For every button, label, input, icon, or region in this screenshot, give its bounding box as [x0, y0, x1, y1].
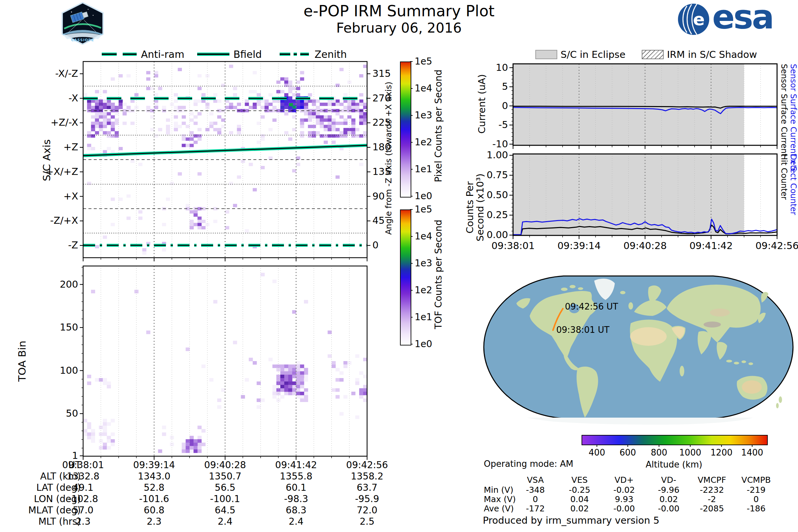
voltage-value: -186: [729, 504, 783, 513]
voltage-value: -219: [729, 485, 783, 495]
ephemeris-value: 1355.8: [261, 471, 331, 482]
counts-tick-label: 0.25: [465, 209, 508, 221]
pixel-colorbar-label: Pixel Counts per Second: [433, 70, 444, 182]
world-map: 09:42:56 UT 09:38:01 UT: [480, 266, 796, 428]
angle-tick-label: 270: [373, 92, 391, 104]
sc-axis-tick-label: -Z: [12, 240, 78, 251]
current-tick-label: -10: [465, 138, 508, 150]
time-tick-label: 09:42:56: [744, 240, 798, 251]
altitude-colorbar: [582, 435, 768, 445]
altitude-tick-label: 1400: [732, 448, 772, 457]
voltage-value: 0: [729, 494, 783, 504]
ephemeris-value: 2.5: [332, 516, 402, 527]
time-tick-label: 09:38:01: [480, 240, 546, 251]
ephemeris-value: 57.0: [48, 505, 118, 516]
ephemeris-value: 09:39:14: [119, 459, 189, 471]
ephemeris-value: 09:42:56: [332, 459, 402, 471]
pixel-cb-tick-label: 1e5: [415, 56, 432, 67]
altitude-colorbar-label: Altitude (km): [632, 459, 716, 470]
ephemeris-value: 49.1: [48, 482, 118, 493]
pixel-cb-tick-label: 1e3: [415, 110, 432, 121]
ephemeris-value: 52.8: [119, 482, 189, 493]
tof-colorbar-label: TOF Counts per Second: [433, 220, 444, 329]
sc-axis-tick-label: +Z/-X: [12, 117, 78, 128]
time-tick-label: 09:40:28: [612, 240, 678, 251]
angle-axis-label: Angle from -Z axis (towards +X axis): [384, 82, 393, 235]
ephemeris-value: 09:38:01: [48, 459, 118, 471]
angle-tick-label: 225: [373, 117, 391, 128]
ephemeris-value: 1358.2: [332, 471, 402, 482]
ephemeris-value: 56.5: [190, 482, 260, 493]
ephemeris-value: 63.7: [332, 482, 402, 493]
ephemeris-value: -101.6: [119, 493, 189, 505]
toa-tick-label: 150: [12, 322, 78, 333]
current-tick-label: 10: [465, 62, 508, 73]
tof-cb-tick-label: 1e0: [415, 339, 432, 349]
ephemeris-value: 1343.0: [119, 471, 189, 482]
ephemeris-value: 60.1: [261, 482, 331, 493]
current-tick-label: -5: [465, 119, 508, 130]
counts-tick-label: 1.00: [465, 149, 508, 160]
ephemeris-value: 2.4: [190, 516, 260, 527]
tof-cb-tick-label: 1e1: [415, 311, 432, 323]
ephemeris-value: -98.3: [261, 493, 331, 505]
ephemeris-value: 1332.8: [48, 471, 118, 482]
sc-axis-tick-label: -X: [12, 92, 78, 104]
ephemeris-value: 60.8: [119, 505, 189, 516]
time-tick-label: 09:41:42: [678, 240, 744, 251]
ephemeris-value: 64.5: [190, 505, 260, 516]
counts-right-label-black: Hit Counter: [779, 154, 789, 200]
time-tick-label: 09:39:14: [546, 240, 612, 251]
sc-axis-tick-label: +X/+Z: [12, 166, 78, 177]
toa-tick-label: 100: [12, 365, 78, 376]
angle-tick-label: 315: [373, 68, 391, 79]
ephemeris-value: 09:41:42: [261, 459, 331, 471]
ephemeris-value: 09:40:28: [190, 459, 260, 471]
angle-tick-label: 135: [373, 166, 391, 177]
sc-axis-tick-label: +Z: [12, 141, 78, 153]
voltage-column-header: VCMPB: [729, 475, 783, 485]
tof-cb-tick-label: 1e2: [415, 285, 432, 296]
ephemeris-value: 68.3: [261, 505, 331, 516]
ephemeris-value: 72.0: [332, 505, 402, 516]
current-tick-label: 0: [465, 100, 508, 111]
pixel-cb-tick-label: 1e4: [415, 83, 432, 94]
tof-cb-tick-label: 1e3: [415, 258, 432, 269]
ephemeris-value: 2.3: [48, 516, 118, 527]
counts-right-label-blue: Detect Counter: [789, 154, 798, 215]
angle-tick-label: 180: [373, 141, 391, 153]
ephemeris-value: 1350.7: [190, 471, 260, 482]
sc-axis-tick-label: +X: [12, 191, 78, 202]
sc-axis-tick-label: -X/-Z: [12, 68, 78, 79]
tof-counts-colorbar: [400, 209, 411, 345]
ephemeris-value: -102.8: [48, 493, 118, 505]
epop-irm-summary-page: e-POP IRM Summary Plot February 06, 2016…: [0, 0, 798, 532]
tof-cb-tick-label: 1e4: [415, 231, 432, 242]
current-right-label-black: Sensor Surface Current: [779, 64, 789, 157]
ephemeris-value: 2.4: [261, 516, 331, 527]
tof-cb-tick-label: 1e5: [415, 204, 432, 215]
pixel-counts-colorbar: [400, 61, 411, 197]
sc-axis-tick-label: -Z/+X: [12, 215, 78, 226]
ephemeris-value: -95.9: [332, 493, 402, 505]
produced-by: Produced by irm_summary version 5: [483, 515, 659, 526]
orbit-end-label: 09:42:56 UT: [565, 302, 618, 311]
counts-tick-label: 0.00: [465, 229, 508, 241]
current-tick-label: 5: [465, 81, 508, 92]
toa-tick-label: 200: [12, 279, 78, 290]
ephemeris-value: 2.3: [119, 516, 189, 527]
angle-tick-label: 90: [373, 191, 385, 202]
angle-tick-label: 45: [373, 215, 385, 226]
angle-tick-label: 0: [373, 240, 378, 251]
pixel-cb-tick-label: 1e1: [415, 164, 432, 174]
pixel-cb-tick-label: 1e0: [415, 191, 432, 202]
toa-tick-label: 50: [12, 407, 78, 419]
pixel-cb-tick-label: 1e2: [415, 137, 432, 148]
ephemeris-value: -100.1: [190, 493, 260, 505]
counts-tick-label: 0.50: [465, 189, 508, 201]
operating-mode: Operating mode: AM: [484, 459, 573, 469]
counts-tick-label: 0.75: [465, 169, 508, 180]
orbit-start-label: 09:38:01 UT: [556, 325, 609, 335]
